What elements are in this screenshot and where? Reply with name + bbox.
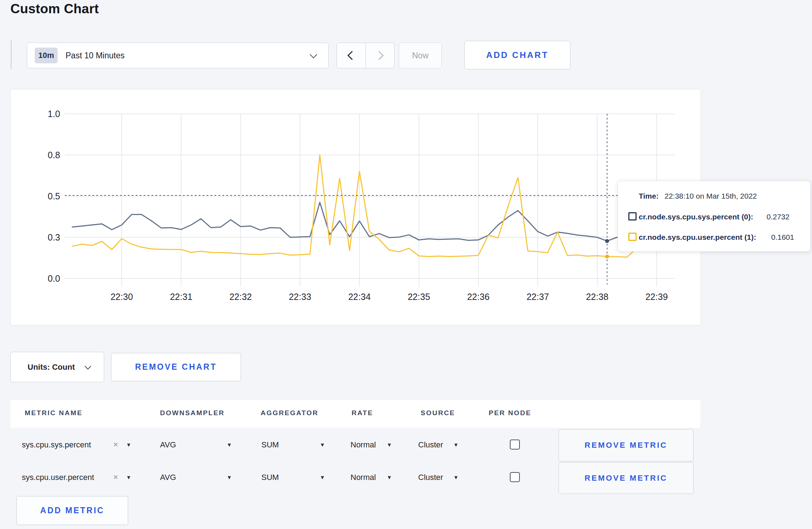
per-node-checkbox[interactable] [510, 440, 520, 450]
aggregator-select[interactable]: SUM [261, 440, 279, 450]
x-axis-tick-label: 22:31 [170, 292, 193, 302]
x-axis-tick-label: 22:30 [111, 292, 133, 302]
caret-down-icon[interactable]: ▼ [227, 474, 232, 480]
chevron-right-icon [374, 51, 383, 60]
tooltip-time-value: 22:38:10 on Mar 15th, 2022 [664, 192, 757, 200]
remove-metric-button[interactable]: REMOVE METRIC [559, 462, 693, 494]
metric-name-select[interactable]: sys.cpu.sys.percent [22, 440, 91, 450]
tooltip-series-label: cr.node.sys.cpu.sys.percent (0): [639, 213, 753, 221]
x-axis-tick-label: 22:36 [467, 292, 490, 302]
now-button[interactable]: Now [399, 43, 442, 68]
caret-down-icon[interactable]: ▼ [453, 474, 459, 480]
remove-metric-button[interactable]: REMOVE METRIC [559, 429, 693, 461]
tooltip-series-value: 0.2732 [767, 213, 789, 221]
aggregator-select[interactable]: SUM [261, 473, 279, 482]
time-range-label: Past 10 Minutes [66, 43, 125, 68]
custom-chart-page: Custom Chart 10m Past 10 Minutes Now ADD… [0, 0, 812, 529]
series-line [72, 155, 667, 257]
time-step-group [337, 43, 395, 68]
toolbar-divider [11, 40, 11, 69]
caret-down-icon[interactable]: ▼ [320, 474, 325, 480]
caret-down-icon[interactable]: ▼ [320, 442, 325, 448]
y-axis-tick-label: 1.0 [48, 109, 60, 119]
x-axis-tick-label: 22:32 [229, 292, 252, 302]
caret-down-icon[interactable]: ▼ [387, 442, 392, 448]
col-per-node: PER NODE [489, 409, 531, 417]
cpu-usage-chart[interactable]: 0.00.30.50.81.022:3022:3122:3222:3322:34… [11, 89, 701, 325]
source-select[interactable]: Cluster [418, 473, 443, 482]
y-axis-tick-label: 0.5 [48, 191, 60, 201]
add-metric-button[interactable]: ADD METRIC [16, 496, 128, 525]
x-axis-tick-label: 22:39 [646, 292, 668, 302]
time-range-select[interactable]: 10m Past 10 Minutes [27, 43, 329, 68]
downsampler-select[interactable]: AVG [160, 473, 176, 482]
caret-down-icon[interactable]: ▼ [453, 442, 459, 448]
chevron-down-icon [310, 51, 317, 58]
y-axis-tick-label: 0.8 [48, 150, 60, 160]
caret-down-icon[interactable]: ▼ [227, 442, 232, 448]
x-axis-tick-label: 22:38 [586, 292, 609, 302]
next-interval-button[interactable] [366, 43, 395, 68]
close-icon[interactable]: × [113, 440, 118, 450]
add-chart-button[interactable]: ADD CHART [464, 41, 570, 69]
units-label: Units: Count [28, 352, 75, 382]
col-downsampler: DOWNSAMPLER [160, 409, 225, 417]
per-node-checkbox[interactable] [510, 472, 520, 482]
close-icon[interactable]: × [113, 472, 118, 482]
remove-chart-button[interactable]: REMOVE CHART [111, 353, 241, 381]
caret-down-icon[interactable]: ▼ [387, 474, 392, 480]
chevron-left-icon [348, 51, 357, 60]
x-axis-tick-label: 22:33 [289, 292, 311, 302]
downsampler-select[interactable]: AVG [160, 440, 176, 450]
page-title: Custom Chart [10, 1, 99, 16]
tooltip-series-value: 0.1601 [771, 233, 794, 242]
caret-down-icon[interactable]: ▼ [126, 442, 131, 448]
chart-panel: 0.00.30.50.81.022:3022:3122:3222:3322:34… [10, 89, 701, 325]
x-axis-tick-label: 22:34 [348, 292, 371, 302]
y-axis-tick-label: 0.3 [48, 232, 60, 242]
col-rate: RATE [352, 409, 373, 417]
col-aggregator: AGGREGATOR [261, 409, 319, 417]
col-source: SOURCE [421, 409, 455, 417]
tooltip-series-label: cr.node.sys.cpu.user.percent (1): [639, 233, 756, 242]
sys-series-swatch-icon [628, 212, 637, 220]
user-series-swatch-icon [628, 233, 637, 241]
series-line [72, 202, 667, 241]
prev-interval-button[interactable] [337, 43, 366, 68]
hover-point-marker [605, 254, 609, 258]
rate-select[interactable]: Normal [351, 473, 376, 482]
metrics-table-header: METRIC NAME DOWNSAMPLER AGGREGATOR RATE … [10, 400, 700, 428]
x-axis-tick-label: 22:37 [527, 292, 549, 302]
source-select[interactable]: Cluster [418, 440, 443, 450]
tooltip-time-label: Time: [639, 192, 659, 200]
rate-select[interactable]: Normal [351, 440, 376, 450]
units-select[interactable]: Units: Count [10, 352, 104, 382]
x-axis-tick-label: 22:35 [408, 292, 430, 302]
caret-down-icon[interactable]: ▼ [126, 474, 131, 480]
y-axis-tick-label: 0.0 [48, 273, 60, 283]
metric-name-select[interactable]: sys.cpu.user.percent [22, 473, 94, 482]
hover-point-marker [605, 239, 609, 243]
chart-tooltip: Time: 22:38:10 on Mar 15th, 2022 cr.node… [618, 181, 811, 252]
col-metric-name: METRIC NAME [25, 409, 83, 417]
chevron-down-icon [84, 363, 91, 369]
time-range-badge: 10m [35, 48, 58, 63]
